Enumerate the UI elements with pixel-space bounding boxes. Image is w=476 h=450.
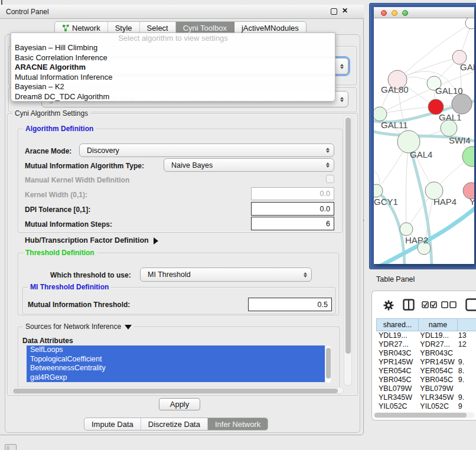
- table-cell[interactable]: YLR345W: [418, 393, 455, 402]
- table-cell[interactable]: 12: [456, 340, 476, 349]
- deselect-all-checkboxes-icon[interactable]: [441, 301, 457, 308]
- table-cell[interactable]: 13: [456, 331, 476, 340]
- close-traffic-light-icon[interactable]: [381, 10, 387, 16]
- algorithm-item[interactable]: Basic Correlation Inference: [11, 53, 335, 63]
- file-function-icon[interactable]: [465, 298, 476, 311]
- table-horizontal-scrollbar[interactable]: [373, 412, 475, 418]
- attribute-list-item[interactable]: TopologicalCoefficient: [27, 355, 325, 364]
- settings-vertical-scrollbar-thumb[interactable]: [345, 118, 351, 354]
- table-cell[interactable]: [456, 384, 476, 393]
- apply-button[interactable]: Apply: [159, 398, 200, 410]
- network-node-label: SWI4: [449, 135, 471, 145]
- network-window[interactable]: GALGAL80GAL10GAL1GAL11SWI4GAL4GCY1HAP4YH…: [374, 7, 474, 264]
- algorithm-item[interactable]: Mutual Information Inference: [11, 73, 335, 83]
- mi-steps-field[interactable]: 6: [251, 217, 334, 230]
- network-node-label: GAL: [460, 62, 474, 72]
- table-cell[interactable]: YBL079W: [376, 384, 418, 393]
- gear-icon[interactable]: [383, 299, 395, 311]
- node-gal11[interactable]: [374, 107, 387, 121]
- table-cell[interactable]: YBR045C: [376, 376, 418, 384]
- algorithm-item[interactable]: ARACNE Algorithm: [11, 63, 335, 73]
- float-window-icon[interactable]: [331, 8, 337, 15]
- select-all-checkboxes-icon[interactable]: [422, 301, 437, 308]
- mi-type-combo[interactable]: Naive Bayes: [164, 158, 334, 172]
- attribute-list-item[interactable]: SelfLoops: [27, 345, 325, 355]
- bottom-tab-infer-network[interactable]: Infer Network: [208, 418, 268, 430]
- settings-horizontal-scrollbar-thumb[interactable]: [13, 389, 338, 393]
- attribute-list-scrollbar-thumb[interactable]: [326, 348, 331, 379]
- bottom-tab-label: Discretize Data: [148, 420, 200, 429]
- control-panel-titlebar[interactable]: [0, 5, 364, 19]
- hidden-panel-dock-icon[interactable]: [5, 444, 17, 450]
- which-threshold-value: MI Threshold: [148, 270, 191, 279]
- node-hap2[interactable]: [400, 223, 413, 236]
- node-gray[interactable]: [452, 94, 472, 114]
- attribute-list-scrollbar[interactable]: [325, 346, 331, 383]
- sources-group-title[interactable]: Sources for Network Inference: [23, 322, 134, 331]
- hub-expander[interactable]: Hub/Transcription Factor Definition: [25, 236, 158, 244]
- which-threshold-combo[interactable]: MI Threshold: [140, 268, 312, 282]
- table-cell[interactable]: YDL19...: [376, 331, 418, 340]
- table-column-header[interactable]: shared...: [376, 318, 419, 331]
- kernel-width-field[interactable]: 0.0: [251, 187, 334, 200]
- table-cell[interactable]: YIL052C: [376, 402, 418, 411]
- table-row[interactable]: YER054CYER054C8.: [376, 367, 476, 376]
- minimize-traffic-light-icon[interactable]: [392, 10, 397, 16]
- table-column-header[interactable]: [458, 318, 476, 331]
- table-cell[interactable]: 9: [456, 402, 476, 411]
- settings-vertical-scrollbar[interactable]: [344, 115, 352, 386]
- node-swi4[interactable]: [441, 120, 457, 136]
- splitter-collapse-arrow[interactable]: ›: [363, 217, 364, 223]
- table-cell[interactable]: YER054C: [376, 367, 418, 376]
- table-horizontal-scrollbar-thumb[interactable]: [374, 413, 467, 418]
- table-row[interactable]: YLR345WYLR345W9.: [376, 393, 476, 402]
- table-cell[interactable]: 9.: [456, 376, 476, 384]
- table-cell[interactable]: YBR045C: [418, 376, 455, 384]
- close-icon[interactable]: ✕: [342, 6, 348, 15]
- table-cell[interactable]: 9.: [456, 358, 476, 367]
- node-top[interactable]: [465, 18, 474, 29]
- table-cell[interactable]: YDR27...: [418, 340, 455, 349]
- table-cell[interactable]: YPR145W: [376, 358, 418, 367]
- algorithm-item[interactable]: Bayesian – Hill Climbing: [11, 43, 335, 53]
- settings-horizontal-scrollbar[interactable]: [11, 387, 344, 394]
- table-cell[interactable]: YDL19...: [418, 331, 455, 340]
- table-cell[interactable]: YIL052C: [418, 402, 455, 411]
- table-cell[interactable]: YLR345W: [376, 393, 418, 402]
- network-canvas[interactable]: GALGAL80GAL10GAL1GAL11SWI4GAL4GCY1HAP4YH…: [374, 18, 474, 264]
- cyni-settings-title: Cyni Algorithm Settings: [12, 109, 90, 118]
- attribute-list-item[interactable]: BetweennessCentrality: [27, 364, 325, 373]
- table-row[interactable]: YBR045CYBR045C9.: [376, 376, 476, 384]
- dpi-tolerance-field[interactable]: 0.0: [251, 202, 334, 216]
- table-cell[interactable]: YBL079W: [418, 384, 455, 393]
- mi-threshold-field[interactable]: 0.5: [248, 298, 332, 311]
- algorithm-dropdown-popup: Select algorithm to view settings Bayesi…: [11, 32, 335, 102]
- algorithm-item[interactable]: Dream8 DC_TDC Algorithm: [11, 92, 335, 102]
- table-cell[interactable]: YER054C: [418, 367, 455, 376]
- bottom-tab-impute-data[interactable]: Impute Data: [84, 418, 141, 430]
- algorithm-item[interactable]: Bayesian – K2: [11, 82, 335, 92]
- table-row[interactable]: YIL052CYIL052C9: [376, 402, 476, 411]
- aracne-mode-combo[interactable]: Discovery: [79, 144, 334, 157]
- attribute-list-item[interactable]: gal4RGexp: [27, 373, 325, 383]
- table-cell[interactable]: [456, 349, 476, 358]
- manual-kernel-checkbox[interactable]: [326, 175, 334, 183]
- table-row[interactable]: YBL079WYBL079W: [376, 384, 476, 393]
- node-bright-green[interactable]: [462, 146, 474, 167]
- table-cell[interactable]: YDR27...: [376, 340, 418, 349]
- table-cell[interactable]: 9.: [456, 393, 476, 402]
- table-cell[interactable]: YBR043C: [418, 349, 455, 358]
- table-cell[interactable]: YBR043C: [376, 349, 418, 358]
- network-window-titlebar[interactable]: [374, 7, 474, 18]
- table-row[interactable]: YDL19...YDL19...13: [376, 331, 476, 340]
- zoom-traffic-light-icon[interactable]: [402, 10, 408, 16]
- table-cell[interactable]: 8.: [456, 367, 476, 376]
- table-row[interactable]: YBR043CYBR043C: [376, 349, 476, 358]
- table-row[interactable]: YDR27...YDR27...12: [376, 340, 476, 349]
- table-row[interactable]: YPR145WYPR145W9.: [376, 358, 476, 367]
- table-column-header[interactable]: name: [419, 318, 458, 331]
- table-cell[interactable]: YPR145W: [418, 358, 455, 367]
- column-layout-icon[interactable]: [403, 299, 415, 311]
- window-edge-tick: [1, 0, 2, 5]
- bottom-tab-discretize-data[interactable]: Discretize Data: [141, 418, 208, 430]
